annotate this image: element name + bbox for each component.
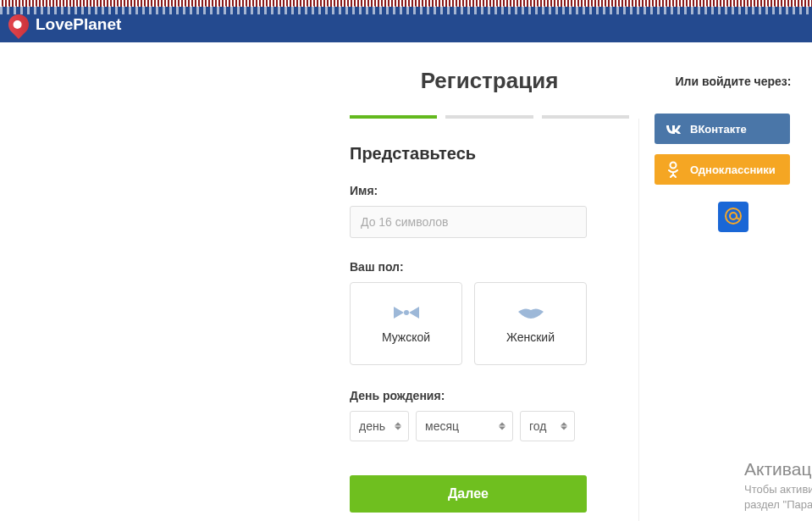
progress-step-3 [542,115,629,119]
vk-login-button[interactable]: ВКонтакте [655,114,790,144]
watermark-line2: раздел "Параметры" [744,497,812,513]
gender-label: Ваш пол: [350,260,629,274]
month-select[interactable]: месяц [416,411,513,441]
vertical-divider [638,119,639,521]
mailru-login-button[interactable] [718,202,748,232]
svg-point-2 [726,208,741,224]
month-placeholder: месяц [425,419,459,433]
day-placeholder: день [359,419,385,433]
gender-female-label: Женский [506,330,555,344]
logo-icon [4,10,33,39]
vk-label: ВКонтакте [690,123,747,136]
stepper-arrows-icon [499,423,505,430]
watermark-line1: Чтобы активировать [744,482,812,497]
alt-login-title: Или войдите через: [655,75,812,88]
ok-label: Одноклассники [690,164,776,176]
birthday-label: День рождения: [350,389,629,402]
year-select[interactable]: год [520,411,575,441]
logo-text[interactable]: LovePlanet [36,15,121,34]
header: LovePlanet [0,7,812,42]
watermark-title: Активация Windows [744,457,812,481]
stepper-arrows-icon [561,423,567,430]
gender-female-card[interactable]: Женский [474,282,587,365]
page-title: Регистрация [371,68,608,94]
bowtie-icon [389,303,423,322]
progress-indicator [350,115,629,119]
gender-male-label: Мужской [382,330,430,344]
svg-point-3 [730,213,737,219]
next-button[interactable]: Далее [350,475,587,513]
gender-male-card[interactable]: Мужской [350,282,462,365]
name-input[interactable] [350,206,587,238]
windows-watermark: Активация Windows Чтобы активировать раз… [744,457,812,513]
ok-login-button[interactable]: Одноклассники [655,154,790,185]
svg-point-1 [671,163,677,169]
ok-icon [665,161,682,178]
stepper-arrows-icon [395,423,401,430]
day-select[interactable]: день [350,411,409,441]
at-icon [724,207,743,228]
vk-icon [665,120,682,137]
svg-point-0 [404,310,409,315]
progress-step-2 [445,115,533,119]
section-title: Представьтесь [350,144,629,164]
progress-step-1 [350,115,437,119]
lips-icon [514,303,548,322]
name-label: Имя: [350,184,629,197]
icicles-decoration [0,6,812,14]
year-placeholder: год [529,419,546,433]
